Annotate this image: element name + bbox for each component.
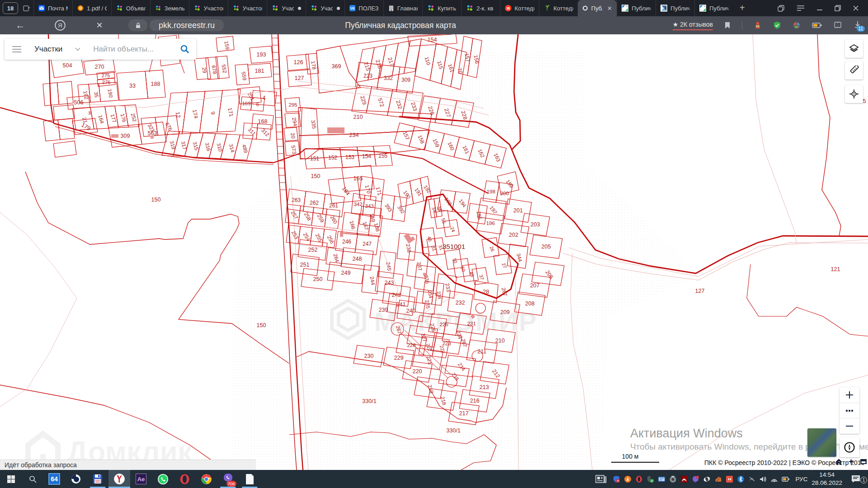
svg-text:169: 169 [242,101,250,106]
svg-text:225: 225 [439,322,448,327]
svg-text:202: 202 [509,232,519,238]
svg-text:196: 196 [486,221,495,226]
svg-text:20: 20 [290,132,296,139]
svg-text:261: 261 [329,202,338,209]
svg-text:249: 249 [341,270,351,276]
svg-text:205: 205 [542,244,551,250]
svg-text:234: 234 [349,132,359,138]
svg-text:210: 210 [495,338,505,344]
svg-text:504: 504 [63,62,72,69]
svg-text:126: 126 [294,59,303,66]
svg-text:263: 263 [292,197,301,203]
svg-text:230: 230 [364,353,374,359]
svg-text:153: 153 [345,154,354,160]
svg-text:276: 276 [102,80,110,85]
svg-text:275: 275 [102,73,110,78]
svg-text:246: 246 [342,239,351,245]
svg-text:210: 210 [354,114,363,120]
svg-text:211: 211 [477,348,486,355]
svg-text:309: 309 [121,133,130,139]
svg-text:150: 150 [257,322,266,328]
svg-text:155: 155 [378,153,387,159]
svg-text:217: 217 [459,410,469,417]
svg-text:240: 240 [406,308,416,314]
svg-text:193: 193 [257,52,266,58]
svg-text:33: 33 [129,83,136,89]
svg-text:213: 213 [480,384,489,390]
svg-text:343: 343 [365,203,373,209]
svg-text:209: 209 [500,309,510,315]
svg-text:247: 247 [363,241,372,247]
svg-text:351001: 351001 [443,243,465,250]
svg-text:154: 154 [362,153,371,160]
svg-text:207: 207 [530,282,540,289]
svg-text:198: 198 [486,189,495,194]
svg-text:223: 223 [363,73,373,79]
svg-text:201: 201 [514,207,523,214]
svg-text:127: 127 [295,75,304,81]
svg-text:330/1: 330/1 [446,427,460,434]
svg-text:228: 228 [407,343,415,348]
svg-text:6: 6 [256,102,259,107]
svg-text:Я: Я [507,6,510,11]
svg-text:150: 150 [151,197,161,203]
svg-text:270: 270 [95,64,104,70]
svg-text:332: 332 [384,75,393,81]
svg-text:231: 231 [467,321,476,326]
svg-text:251: 251 [300,262,310,268]
svg-text:229: 229 [394,355,404,361]
svg-text:262: 262 [310,200,319,206]
svg-text:342: 342 [354,202,362,207]
svg-text:506: 506 [74,99,84,106]
svg-text:369: 369 [332,63,341,70]
svg-text:208: 208 [525,300,535,307]
svg-text:330/1: 330/1 [362,398,376,404]
svg-text:168: 168 [258,118,268,125]
svg-text:248: 248 [353,256,362,262]
svg-text:203: 203 [531,221,540,228]
svg-text:295: 295 [288,102,297,108]
svg-text:216: 216 [470,398,480,404]
svg-text:28: 28 [483,289,489,295]
svg-text:127: 127 [695,288,705,294]
svg-text:241: 241 [396,301,406,308]
svg-text:151: 151 [310,155,319,162]
svg-text:220: 220 [413,368,422,375]
svg-text:150: 150 [311,173,321,179]
svg-text:232: 232 [456,300,465,306]
svg-text:239: 239 [379,307,388,313]
svg-text:188: 188 [151,81,160,87]
svg-text:35: 35 [93,91,99,98]
svg-text:250: 250 [313,276,323,282]
svg-text:VK: VK [350,6,355,10]
svg-text:252: 252 [308,247,318,253]
svg-text:152: 152 [328,155,337,161]
svg-text:181: 181 [255,68,264,74]
svg-text:309: 309 [401,77,410,83]
svg-text:121: 121 [831,266,840,272]
svg-text:Я: Я [58,22,62,29]
